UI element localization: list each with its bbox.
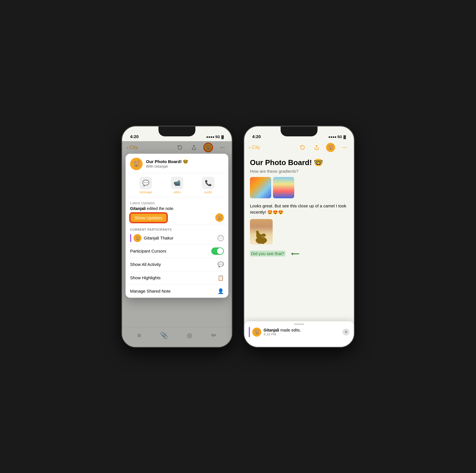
latest-updates-title: Latest Updates xyxy=(130,201,224,205)
status-bar-1: 4:20 ●●●● 5G ▓ xyxy=(122,126,232,141)
status-time-2: 4:20 xyxy=(252,134,261,139)
highlighted-text: Did you see that? xyxy=(250,251,285,257)
show-all-activity-icon: 💬 xyxy=(218,261,224,268)
panel-content: 🐒 Gitanjali made edits. 4:19 PM ✕ xyxy=(249,327,349,337)
svg-rect-21 xyxy=(262,240,264,244)
message-action[interactable]: 💬 message xyxy=(139,177,152,194)
popup-header: 🐒 Our Photo Board! 🤓 With Gitanjali xyxy=(126,154,228,173)
toggle-label: Participant Cursors xyxy=(130,249,166,253)
back-arrow-2: ‹ xyxy=(249,144,251,151)
latest-updates-section: Latest Updates Gitanjali edited the note… xyxy=(126,197,228,225)
panel-time: 4:19 PM xyxy=(264,332,301,336)
status-time-1: 4:20 xyxy=(130,134,139,139)
svg-rect-19 xyxy=(258,240,260,244)
panel-close-button[interactable]: ✕ xyxy=(343,329,349,336)
show-updates-button[interactable]: Show Updates xyxy=(130,213,167,222)
popup-panel: 🐒 Our Photo Board! 🤓 With Gitanjali 💬 me… xyxy=(126,154,228,298)
show-highlights-icon: 📋 xyxy=(218,275,224,281)
manage-shared-note-icon: 👤 xyxy=(218,288,224,294)
update-text: Gitanjali edited the note. xyxy=(130,206,224,211)
popup-contact-name: Our Photo Board! 🤓 xyxy=(146,159,188,164)
refresh-button-2[interactable] xyxy=(298,143,307,152)
phones-container: 4:20 ●●●● 5G ▓ ‹ City xyxy=(122,126,354,347)
gradient-image-2b xyxy=(273,177,294,198)
status-icons-2: ●●●● 5G ▓ xyxy=(328,135,346,139)
participant-color-bar xyxy=(130,234,131,242)
panel-left: 🐒 Gitanjali made edits. 4:19 PM xyxy=(249,327,301,337)
note-images-2 xyxy=(250,177,348,198)
green-arrow: ⟵ xyxy=(291,250,299,257)
panel-avatar: 🐒 xyxy=(252,328,261,337)
svg-point-15 xyxy=(346,147,346,148)
back-button-2[interactable]: ‹ City xyxy=(249,144,260,151)
phone-2: 4:20 ●●●● 5G ▓ ‹ City xyxy=(244,126,354,347)
back-label-2: City xyxy=(252,145,260,150)
cursors-toggle[interactable] xyxy=(211,247,224,255)
gradient-image-2a xyxy=(250,177,271,198)
audio-label: audio xyxy=(204,190,212,194)
nav-icons-2: 🐒 xyxy=(298,143,349,152)
collaborator-button-2[interactable]: 🐒 xyxy=(326,143,335,152)
audio-icon: 📞 xyxy=(202,177,214,189)
panel-editor-name: Gitanjali xyxy=(264,328,279,332)
panel-handle xyxy=(294,324,304,325)
update-avatar: 🐒 xyxy=(215,213,224,222)
svg-point-18 xyxy=(261,234,266,237)
video-label: video xyxy=(173,190,181,194)
audio-action[interactable]: 📞 audio xyxy=(202,177,214,194)
note-subtitle-2: How are these gradients? xyxy=(250,169,348,174)
manage-shared-note-label: Manage Shared Note xyxy=(130,289,171,293)
message-label: message xyxy=(139,190,152,194)
popup-overlay: 🐒 Our Photo Board! 🤓 With Gitanjali 💬 me… xyxy=(122,141,232,347)
phone-1: 4:20 ●●●● 5G ▓ ‹ City xyxy=(122,126,232,347)
show-all-activity-label: Show All Activity xyxy=(130,262,161,267)
message-icon: 💬 xyxy=(139,177,152,189)
participants-section: CURRENT PARTICIPANTS 🐒 Gitanjali Thakur … xyxy=(126,225,228,244)
popup-contact-info: Our Photo Board! 🤓 With Gitanjali xyxy=(146,159,188,168)
note-title-2: Our Photo Board! 🤓 xyxy=(250,158,348,167)
manage-shared-note-item[interactable]: Manage Shared Note 👤 xyxy=(126,284,228,298)
update-author: Gitanjali xyxy=(130,206,146,211)
status-icons-1: ●●●● 5G ▓ xyxy=(206,135,224,139)
popup-actions: 💬 message 📹 video 📞 audio xyxy=(126,173,228,197)
video-action[interactable]: 📹 video xyxy=(171,177,183,194)
participant-info: 🐒 Gitanjali Thakur xyxy=(130,234,174,242)
popup-avatar: 🐒 xyxy=(130,158,143,170)
signal-icon-2: ●●●● 5G xyxy=(328,135,342,139)
show-all-activity-item[interactable]: Show All Activity 💬 xyxy=(126,258,228,271)
participant-info-icon[interactable]: ⓘ xyxy=(218,235,224,241)
svg-rect-20 xyxy=(260,240,262,244)
participants-label: CURRENT PARTICIPANTS xyxy=(130,228,224,231)
panel-text-block: Gitanjali made edits. 4:19 PM xyxy=(264,328,301,336)
popup-contact-sub: With Gitanjali xyxy=(146,164,188,168)
battery-icon-2: ▓ xyxy=(343,135,346,139)
panel-color-bar xyxy=(249,327,250,337)
show-highlights-label: Show Highlights xyxy=(130,275,161,280)
panel-editor-text: Gitanjali made edits. xyxy=(264,328,301,332)
participant-name: Gitanjali Thakur xyxy=(144,236,174,240)
panel-editor-action: made edits. xyxy=(279,328,301,332)
show-highlights-item[interactable]: Show Highlights 📋 xyxy=(126,271,228,284)
participant-avatar: 🐒 xyxy=(133,234,141,242)
nav-bar-2: ‹ City 🐒 xyxy=(244,141,354,154)
signal-icon-1: ●●●● 5G xyxy=(206,135,220,139)
share-button-2[interactable] xyxy=(312,143,321,152)
note-body-2a: Looks great. But see this close up of a … xyxy=(250,203,348,216)
video-icon: 📹 xyxy=(171,177,183,189)
battery-icon-1: ▓ xyxy=(221,135,224,139)
participant-cursors-row: Participant Cursors xyxy=(126,244,228,258)
camel-image-2 xyxy=(250,219,273,245)
participant-row: 🐒 Gitanjali Thakur ⓘ xyxy=(130,233,224,243)
show-updates-row: Show Updates 🐒 xyxy=(130,213,224,222)
svg-point-13 xyxy=(343,147,343,148)
note-content-2: Our Photo Board! 🤓 How are these gradien… xyxy=(244,154,354,327)
svg-point-14 xyxy=(344,147,345,148)
status-bar-2: 4:20 ●●●● 5G ▓ xyxy=(244,126,354,141)
svg-point-23 xyxy=(256,231,259,233)
more-button-2[interactable] xyxy=(340,143,349,152)
bottom-panel: 🐒 Gitanjali made edits. 4:19 PM ✕ xyxy=(244,321,354,347)
